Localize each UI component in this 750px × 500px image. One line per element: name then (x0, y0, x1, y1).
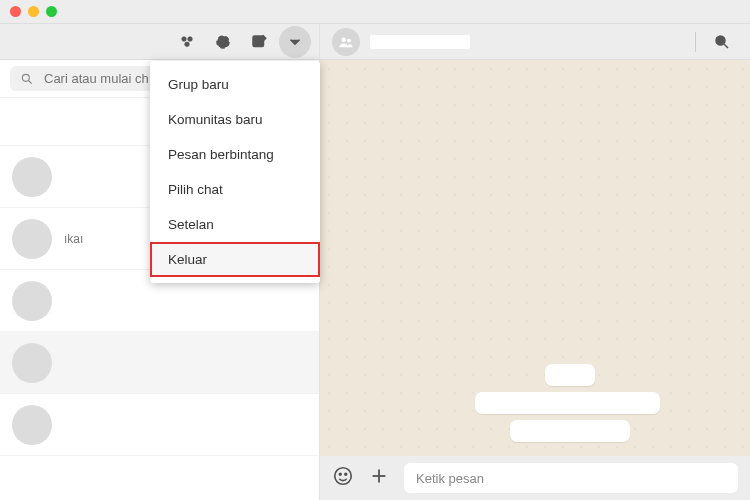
close-window-icon[interactable] (10, 6, 21, 17)
menu-item-new-community[interactable]: Komunitas baru (150, 102, 320, 137)
svg-point-0 (182, 36, 187, 41)
avatar (12, 281, 52, 321)
svg-point-15 (339, 473, 341, 475)
menu-dropdown: Grup baru Komunitas baru Pesan berbintan… (150, 61, 320, 283)
menu-item-new-group[interactable]: Grup baru (150, 67, 320, 102)
svg-point-5 (22, 74, 29, 81)
avatar (12, 405, 52, 445)
avatar (12, 343, 52, 383)
svg-point-14 (335, 468, 352, 485)
svg-line-6 (29, 80, 32, 83)
avatar (12, 219, 52, 259)
svg-point-3 (217, 36, 229, 48)
search-icon (20, 72, 34, 86)
svg-point-11 (347, 38, 351, 42)
svg-point-16 (345, 473, 347, 475)
conversation-title[interactable] (370, 35, 470, 49)
svg-point-2 (185, 42, 190, 47)
divider (695, 32, 696, 52)
message-bubble[interactable] (545, 364, 595, 386)
chat-list-pane: ıkaı Grup baru Komunitas baru Pesan berb… (0, 24, 320, 500)
message-input[interactable]: Ketik pesan (404, 463, 738, 493)
message-input-placeholder: Ketik pesan (416, 471, 484, 486)
svg-point-1 (188, 36, 193, 41)
conversation-header (320, 24, 750, 60)
search-in-chat-icon[interactable] (706, 26, 738, 58)
emoji-icon[interactable] (332, 465, 354, 491)
window-titlebar (0, 0, 750, 24)
menu-item-settings[interactable]: Setelan (150, 207, 320, 242)
maximize-window-icon[interactable] (46, 6, 57, 17)
communities-icon[interactable] (171, 26, 203, 58)
status-icon[interactable] (207, 26, 239, 58)
attach-icon[interactable] (368, 465, 390, 491)
minimize-window-icon[interactable] (28, 6, 39, 17)
composer: Ketik pesan (320, 456, 750, 500)
svg-rect-4 (253, 36, 264, 47)
svg-point-12 (716, 36, 725, 45)
menu-button[interactable] (279, 26, 311, 58)
message-bubble[interactable] (510, 420, 630, 442)
menu-item-select-chats[interactable]: Pilih chat (150, 172, 320, 207)
menu-item-logout[interactable]: Keluar (150, 242, 320, 277)
svg-line-13 (724, 44, 728, 48)
messages-area[interactable] (320, 60, 750, 456)
conversation-pane: Ketik pesan (320, 24, 750, 500)
list-item[interactable] (0, 394, 319, 456)
menu-item-starred[interactable]: Pesan berbintang (150, 137, 320, 172)
avatar (12, 157, 52, 197)
left-toolbar (0, 24, 319, 60)
message-bubble[interactable] (475, 392, 660, 414)
group-avatar-icon[interactable] (332, 28, 360, 56)
new-chat-icon[interactable] (243, 26, 275, 58)
svg-point-10 (342, 37, 347, 42)
chat-preview: ıkaı (64, 232, 83, 246)
list-item[interactable] (0, 332, 319, 394)
